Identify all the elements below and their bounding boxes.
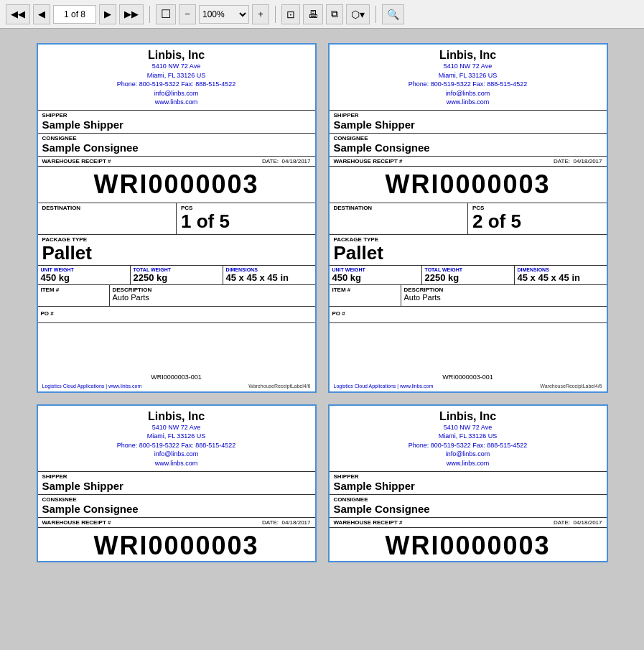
destination-cell-2: DESTINATION: [330, 203, 469, 234]
address-line1-4: 5410 NW 72 Ave: [332, 423, 604, 432]
company-name-4: Linbis, Inc: [332, 410, 604, 423]
item-value-1: [41, 293, 106, 305]
date-value-2: 04/18/2017: [573, 158, 602, 164]
copy-button[interactable]: ⧉: [326, 4, 343, 24]
wr-row-1: WAREHOUSE RECEIPT # DATE: 04/18/2017: [38, 157, 315, 167]
page-input[interactable]: [53, 5, 96, 24]
address-line2-2: Miami, FL 33126 US: [332, 71, 604, 80]
website-3: www.linbs.com: [41, 459, 312, 468]
wr-number-2: WRI0000003: [330, 167, 607, 203]
separator2: [275, 6, 276, 23]
svg-rect-0: [55, 329, 299, 368]
po-row-1: PO #: [38, 307, 315, 323]
pkg-type-value-1: Pallet: [42, 243, 311, 264]
wr-row-2: WAREHOUSE RECEIPT # DATE: 04/18/2017: [330, 157, 607, 167]
address-line1-2: 5410 NW 72 Ave: [332, 62, 604, 71]
search-button[interactable]: 🔍: [382, 4, 404, 24]
consignee-section-1: CONSIGNEE Sample Consignee: [38, 134, 315, 157]
unit-weight-label-1: UNIT WEIGHT: [41, 267, 127, 272]
consignee-section-4: CONSIGNEE Sample Consignee: [330, 495, 607, 518]
address-line1-3: 5410 NW 72 Ave: [41, 423, 312, 432]
wr-date-1: DATE: 04/18/2017: [262, 158, 310, 164]
footer-right-2: WarehouseReceiptLabel4/6: [540, 384, 602, 389]
dimensions-cell-1: DIMENSIONS 45 x 45 x 45 in: [223, 266, 315, 284]
address-line1-1: 5410 NW 72 Ave: [41, 62, 312, 71]
company-name-1: Linbis, Inc: [41, 49, 312, 62]
shipper-value-1: Sample Shipper: [42, 119, 311, 131]
date-value-1: 04/18/2017: [281, 158, 310, 164]
date-label-3: DATE:: [262, 519, 279, 526]
footer-left-2: Logistics Cloud Applications | www.linbs…: [334, 384, 434, 389]
prev-page-button[interactable]: ◀: [33, 4, 50, 24]
total-weight-cell-2: TOTAL WEIGHT 2250 kg: [422, 266, 515, 284]
shipper-value-2: Sample Shipper: [334, 119, 602, 131]
dimensions-cell-2: DIMENSIONS 45 x 45 x 45 in: [515, 266, 607, 284]
wr-date-2: DATE: 04/18/2017: [554, 158, 602, 164]
plus-button[interactable]: +: [252, 4, 269, 24]
shipper-label-4: SHIPPER: [334, 473, 602, 480]
consignee-section-2: CONSIGNEE Sample Consignee: [330, 134, 607, 157]
description-value-2: Auto Parts: [404, 293, 604, 302]
unit-weight-value-1: 450 kg: [41, 272, 127, 283]
dimensions-value-2: 45 x 45 x 45 in: [518, 272, 604, 283]
label-row-2: Linbis, Inc 5410 NW 72 Ave Miami, FL 331…: [14, 404, 630, 562]
pkg-type-value-2: Pallet: [334, 243, 602, 264]
item-value-2: [332, 293, 398, 305]
fit-button[interactable]: ⊡: [281, 4, 300, 24]
phone-2: Phone: 800-519-5322 Fax: 888-515-4522: [332, 80, 604, 89]
wr-row-4: WAREHOUSE RECEIPT # DATE: 04/18/2017: [330, 518, 607, 528]
toolbar: ◀◀ ◀ ▶ ▶▶ ☐ − 100% 75% 125% + ⊡ 🖶 ⧉ ⬡▾ 🔍: [0, 0, 644, 29]
barcode-svg-1: (function() { var svg = document.current…: [55, 329, 299, 372]
label-header-1: Linbis, Inc 5410 NW 72 Ave Miami, FL 331…: [38, 45, 315, 111]
page-area: Linbis, Inc 5410 NW 72 Ave Miami, FL 331…: [0, 29, 644, 650]
item-label-2: ITEM #: [332, 287, 398, 293]
wr-date-3: DATE: 04/18/2017: [262, 519, 310, 526]
dimensions-label-2: DIMENSIONS: [518, 267, 604, 272]
company-name-2: Linbis, Inc: [332, 49, 604, 62]
shipper-value-3: Sample Shipper: [42, 480, 311, 493]
label-4: Linbis, Inc 5410 NW 72 Ave Miami, FL 331…: [328, 404, 608, 562]
shipper-section-2: SHIPPER Sample Shipper: [330, 111, 607, 134]
consignee-label-4: CONSIGNEE: [334, 496, 602, 503]
wr-label-3: WAREHOUSE RECEIPT #: [42, 519, 111, 526]
pkg-type-row-2: PACKAGE TYPE Pallet: [330, 235, 607, 266]
unit-weight-cell-2: UNIT WEIGHT 450 kg: [330, 266, 422, 284]
shipper-section-1: SHIPPER Sample Shipper: [38, 111, 315, 134]
email-2: info@linbs.com: [332, 89, 604, 98]
date-label-2: DATE:: [554, 158, 570, 164]
last-page-button[interactable]: ▶▶: [119, 4, 144, 24]
item-desc-row-2: ITEM # DESCRIPTION Auto Parts: [330, 285, 607, 307]
consignee-value-1: Sample Consignee: [42, 141, 311, 154]
unit-weight-label-2: UNIT WEIGHT: [332, 267, 419, 272]
dimensions-value-1: 45 x 45 x 45 in: [226, 272, 312, 283]
separator3: [375, 6, 376, 23]
label-footer-1: Logistics Cloud Applications | www.linbs…: [38, 382, 315, 391]
shipper-section-4: SHIPPER Sample Shipper: [330, 472, 607, 495]
date-value-4: 04/18/2017: [573, 519, 602, 526]
item-cell-2: ITEM #: [330, 285, 401, 306]
total-weight-value-1: 2250 kg: [134, 272, 220, 283]
barcode-area-1: (function() { var svg = document.current…: [38, 323, 315, 382]
separator: [149, 6, 150, 23]
destination-value-2: [334, 211, 464, 233]
po-label-1: PO #: [41, 310, 54, 317]
zoom-select[interactable]: 100% 75% 125%: [199, 5, 249, 24]
label-2: Linbis, Inc 5410 NW 72 Ave Miami, FL 331…: [328, 43, 608, 393]
wr-number-1: WRI0000003: [38, 167, 315, 203]
page-layout-button[interactable]: ☐: [156, 4, 176, 24]
weights-row-2: UNIT WEIGHT 450 kg TOTAL WEIGHT 2250 kg …: [330, 266, 607, 285]
minus-button[interactable]: −: [179, 4, 196, 24]
desc-cell-2: DESCRIPTION Auto Parts: [401, 285, 607, 306]
address-line2-4: Miami, FL 33126 US: [332, 432, 604, 441]
pkg-type-row-1: PACKAGE TYPE Pallet: [38, 235, 315, 266]
footer-left-1: Logistics Cloud Applications | www.linbs…: [42, 384, 142, 389]
wr-row-3: WAREHOUSE RECEIPT # DATE: 04/18/2017: [38, 518, 315, 528]
total-weight-label-2: TOTAL WEIGHT: [425, 267, 511, 272]
website-2: www.linbs.com: [332, 98, 604, 107]
print-button[interactable]: 🖶: [303, 4, 323, 24]
first-page-button[interactable]: ◀◀: [6, 4, 30, 24]
next-page-button[interactable]: ▶: [99, 4, 116, 24]
export-button[interactable]: ⬡▾: [346, 4, 370, 24]
shipper-section-3: SHIPPER Sample Shipper: [38, 472, 315, 495]
label-header-4: Linbis, Inc 5410 NW 72 Ave Miami, FL 331…: [330, 406, 607, 472]
